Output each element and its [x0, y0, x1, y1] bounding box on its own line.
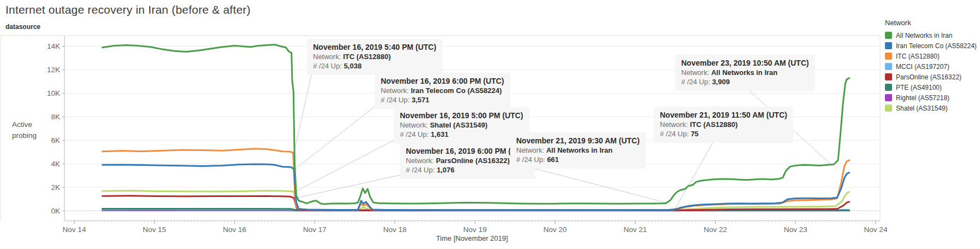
- x-tick-label: Nov 21: [624, 225, 647, 234]
- legend-item[interactable]: MCCI (AS197207): [885, 61, 979, 72]
- annotation-metric-row: # /24 Up: 5,038: [313, 62, 436, 71]
- x-axis-title: Time [November 2019]: [436, 234, 508, 242]
- x-tick-label: Nov 20: [544, 225, 567, 234]
- annotation-network-value: ParsOnline (AS16322): [436, 157, 510, 165]
- x-tick-label: Nov 16: [223, 225, 246, 234]
- annotation-network-value: All Networks in Iran: [711, 68, 777, 77]
- x-tick-label: Nov 19: [463, 225, 487, 234]
- annotation-metric-row: # /24 Up: 1,631: [400, 130, 523, 140]
- legend-swatch-icon: [885, 73, 892, 80]
- legend-swatch-icon: [885, 63, 892, 70]
- legend-item[interactable]: Iran Telecom Co (AS58224): [885, 40, 979, 51]
- annotation-metric-row: # /24 Up: 3,909: [681, 78, 809, 87]
- annotation-callout: November 16, 2019 5:00 PM (UTC)Network: …: [394, 107, 529, 143]
- annotation-leader-line: [296, 174, 405, 198]
- annotation-metric-value: 1,076: [436, 166, 454, 174]
- annotation-metric-label: # /24 Up:: [516, 155, 547, 164]
- x-tick-label: Nov 17: [303, 225, 327, 234]
- annotation-metric-value: 661: [547, 155, 559, 164]
- legend-item-label: Shatel (AS31549): [896, 105, 948, 112]
- x-tick-label: Nov 14: [63, 225, 86, 234]
- y-tick-label: 6K: [51, 136, 60, 144]
- annotation-callout: November 16, 2019 6:00 PM (UTC)Network: …: [375, 73, 510, 109]
- x-tick-label: Nov 22: [704, 225, 727, 234]
- annotation-network-label: Network:: [400, 121, 430, 129]
- y-tick-label: 0K: [51, 207, 60, 215]
- annotation-network-label: Network:: [313, 53, 343, 61]
- chart-widget: Internet outage recovery in Iran (before…: [0, 0, 980, 249]
- annotation-leader-line: [296, 138, 397, 192]
- legend-item[interactable]: PTE (AS49100): [885, 82, 979, 92]
- legend-swatch-icon: [885, 53, 892, 60]
- annotation-metric-row: # /24 Up: 661: [516, 155, 640, 165]
- annotation-callout: November 21, 2019 9:30 AM (UTC)Network: …: [510, 132, 646, 169]
- annotation-date: November 21, 2019 11:50 AM (UTC): [660, 111, 787, 120]
- annotation-metric-label: # /24 Up:: [381, 96, 411, 104]
- annotation-metric-value: 75: [690, 130, 698, 138]
- legend-item[interactable]: Rightel (AS57218): [885, 92, 979, 103]
- annotation-callout: November 16, 2019 5:40 PM (UTC)Network: …: [307, 39, 442, 75]
- annotation-leader-line: [516, 164, 668, 203]
- annotation-metric-value: 5,038: [344, 62, 362, 70]
- annotation-network-label: Network:: [660, 120, 690, 129]
- y-tick-label: 10K: [47, 89, 60, 97]
- annotation-metric-label: # /24 Up:: [400, 130, 430, 138]
- annotation-network-row: Network: Shatel (AS31549): [400, 121, 523, 130]
- legend-item-label: Rightel (AS57218): [896, 94, 949, 102]
- annotation-network-row: Network: All Networks in Iran: [516, 146, 640, 155]
- legend-swatch-icon: [885, 42, 892, 49]
- y-tick-label: 12K: [47, 66, 60, 74]
- annotation-callout: November 23, 2019 10:50 AM (UTC)Network:…: [675, 55, 815, 91]
- legend-item-label: ParsOnline (AS16322): [896, 73, 961, 81]
- legend-swatch-icon: [885, 84, 892, 91]
- legend-item-label: All Networks in Iran: [896, 32, 952, 39]
- annotation-metric-row: # /24 Up: 3,571: [381, 96, 504, 105]
- legend-item[interactable]: ParsOnline (AS16322): [885, 72, 979, 82]
- x-tick-label: Nov 23: [784, 225, 807, 234]
- series-line: [102, 191, 849, 211]
- annotation-network-label: Network:: [681, 68, 711, 77]
- annotation-network-row: Network: ITC (AS12880): [660, 120, 787, 130]
- legend-item-label: MCCI (AS197207): [896, 63, 949, 71]
- legend-items: All Networks in IranIran Telecom Co (AS5…: [885, 30, 979, 113]
- y-tick-label: 2K: [51, 183, 60, 192]
- y-tick-label: 14K: [47, 42, 60, 50]
- annotation-metric-value: 3,909: [712, 78, 730, 86]
- legend-title: Network: [885, 19, 979, 27]
- annotation-network-value: Shatel (AS31549): [430, 121, 488, 129]
- legend-item-label: Iran Telecom Co (AS58224): [896, 42, 977, 50]
- annotation-network-value: ITC (AS12880): [690, 120, 737, 129]
- legend-item[interactable]: ITC (AS12880): [885, 51, 979, 61]
- annotation-metric-label: # /24 Up:: [681, 78, 712, 86]
- annotation-leader-line: [675, 138, 716, 210]
- annotation-network-value: All Networks in Iran: [546, 146, 612, 154]
- legend-item[interactable]: Shatel (AS31549): [885, 103, 979, 113]
- y-tick-label: 8K: [51, 113, 60, 121]
- annotation-callout: November 21, 2019 11:50 AM (UTC)Network:…: [654, 107, 793, 143]
- annotation-metric-value: 3,571: [411, 96, 429, 104]
- annotation-leader-line: [296, 104, 378, 169]
- x-tick-label: Nov 18: [383, 225, 406, 234]
- annotation-metric-label: # /24 Up:: [660, 130, 690, 138]
- annotation-network-label: Network:: [381, 86, 411, 95]
- annotation-metric-label: # /24 Up:: [406, 166, 436, 174]
- annotation-metric-label: # /24 Up:: [313, 62, 344, 70]
- legend-item[interactable]: All Networks in Iran: [885, 30, 979, 40]
- annotation-metric-value: 1,631: [430, 130, 448, 138]
- annotation-date: November 23, 2019 10:50 AM (UTC): [681, 59, 809, 68]
- annotation-network-row: Network: All Networks in Iran: [681, 68, 809, 78]
- legend: Network All Networks in IranIran Telecom…: [885, 19, 979, 113]
- annotation-network-label: Network:: [516, 146, 546, 154]
- x-tick-label: Nov 15: [143, 225, 166, 234]
- y-axis-title: Active probing: [12, 119, 47, 142]
- x-tick-label: Nov 24: [864, 225, 888, 234]
- legend-swatch-icon: [885, 94, 892, 101]
- annotation-network-value: ITC (AS12880): [343, 53, 391, 61]
- annotation-date: November 16, 2019 5:00 PM (UTC): [400, 111, 523, 121]
- annotation-date: November 16, 2019 6:00 PM (UTC): [381, 77, 504, 86]
- annotation-date: November 21, 2019 9:30 AM (UTC): [516, 136, 640, 146]
- legend-swatch-icon: [885, 105, 892, 112]
- annotation-network-value: Iran Telecom Co (AS58224): [411, 86, 502, 95]
- legend-item-label: ITC (AS12880): [896, 53, 940, 60]
- annotation-network-row: Network: ITC (AS12880): [313, 53, 436, 62]
